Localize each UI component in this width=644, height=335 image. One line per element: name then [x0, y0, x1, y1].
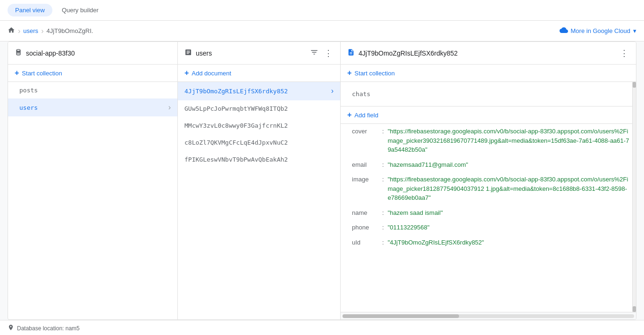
field-value-uid[interactable]: "4JjT9bOmoZgRIsLEjfSX6rdky852": [388, 238, 629, 247]
mid-panel: users ⋮ + Add document 4JjT9bOmoZgRIsLEj…: [178, 42, 341, 319]
location-pin-icon: [8, 324, 14, 332]
collection-users-label: users: [19, 104, 168, 111]
right-panel-title-label: 4JjT9bOmoZgRIsLEjfSX6rdky852: [359, 49, 458, 57]
database-location-label: Database location: nam5: [17, 325, 80, 332]
cloud-icon: [560, 26, 568, 36]
field-colon-uid: :: [382, 238, 384, 247]
right-panel-title: 4JjT9bOmoZgRIsLEjfSX6rdky852: [347, 49, 619, 57]
home-icon[interactable]: [8, 26, 15, 35]
subcollection-item-chats[interactable]: chats: [341, 86, 636, 102]
plus-icon: +: [15, 69, 19, 77]
mid-panel-title: users: [184, 49, 309, 57]
right-panel-inner: chats + Add field cover : "https://fireb…: [341, 82, 636, 319]
collection-item-users[interactable]: users ›: [8, 98, 177, 116]
left-panel: social-app-83f30 + Start collection post…: [8, 42, 178, 319]
mid-panel-actions: ⋮: [309, 47, 334, 59]
document-icon: [347, 49, 355, 57]
fields-body: chats + Add field cover : "https://fireb…: [341, 82, 636, 312]
hscroll-track: [343, 314, 634, 318]
plus-icon-mid: +: [184, 69, 189, 77]
add-collection-label: Start collection: [22, 70, 62, 77]
filter-icon[interactable]: [309, 47, 319, 59]
field-key-cover: cover: [352, 127, 380, 136]
doc-label-3: c8LoZl7QKVMgCFcLqE4dJpxvNuC2: [184, 139, 334, 146]
field-row-image: image : "https://firebasestorage.googlea…: [341, 172, 636, 205]
top-tab-bar: Panel view Query builder: [0, 0, 644, 21]
right-panel-actions: ⋮: [619, 48, 629, 58]
status-bar: Database location: nam5: [0, 320, 644, 335]
field-row-phone: phone : "01113229568": [341, 220, 636, 235]
left-panel-title: social-app-83f30: [15, 49, 171, 57]
collection-chevron-icon: ›: [168, 103, 171, 112]
more-options-icon[interactable]: ⋮: [323, 48, 334, 58]
field-colon-cover: :: [382, 127, 384, 136]
right-add-collection-label: Start collection: [354, 70, 394, 77]
field-key-image: image: [352, 175, 380, 184]
field-value-email[interactable]: "hazemsaad711@gmail.com": [388, 160, 629, 170]
doc-label-0: 4JjT9bOmoZgRIsLEjfSX6rdky852: [184, 88, 331, 95]
field-key-name: name: [352, 208, 380, 218]
add-document-label: Add document: [192, 70, 231, 77]
doc-label-4: fPIKGLeswVNbvT9bPwAvQbEakAh2: [184, 156, 334, 163]
doc-label-2: MMcwY3zvL0c8wwy0F3GajfcrnKL2: [184, 122, 334, 129]
documents-list: 4JjT9bOmoZgRIsLEjfSX6rdky852 › GUw5LpPcJ…: [178, 82, 340, 319]
start-collection-btn[interactable]: + Start collection: [8, 65, 177, 82]
document-item-0[interactable]: 4JjT9bOmoZgRIsLEjfSX6rdky852 ›: [178, 82, 340, 100]
collection-item-posts[interactable]: posts: [8, 82, 177, 98]
collection-doc-icon: [184, 49, 192, 57]
document-item-4[interactable]: fPIKGLeswVNbvT9bPwAvQbEakAh2: [178, 151, 340, 168]
doc-label-1: GUw5LpPcJoPwrmqbtYWFWq8ITQb2: [184, 105, 334, 112]
field-row-uid: uId : "4JjT9bOmoZgRIsLEjfSX6rdky852": [341, 235, 636, 250]
mid-panel-title-label: users: [196, 49, 212, 57]
right-panel-header: 4JjT9bOmoZgRIsLEjfSX6rdky852 ⋮: [341, 42, 636, 65]
field-value-phone[interactable]: "01113229568": [388, 223, 629, 232]
breadcrumb-sep2: ›: [41, 27, 43, 35]
field-colon-image: :: [382, 175, 384, 184]
vscrollbar[interactable]: [632, 82, 636, 312]
add-field-label: Add field: [354, 112, 378, 119]
right-panel: 4JjT9bOmoZgRIsLEjfSX6rdky852 ⋮ + Start c…: [341, 42, 636, 319]
hscrollbar[interactable]: [341, 312, 636, 319]
vscroll-thumb-bottom: [633, 306, 636, 312]
subcollection-chats-label: chats: [352, 90, 370, 98]
hscroll-thumb: [343, 314, 459, 318]
vscroll-thumb-top: [633, 82, 636, 88]
collection-posts-label: posts: [19, 87, 171, 94]
document-item-2[interactable]: MMcwY3zvL0c8wwy0F3GajfcrnKL2: [178, 117, 340, 134]
right-start-collection-btn[interactable]: + Start collection: [341, 65, 636, 82]
more-in-cloud-btn[interactable]: More in Google Cloud ▾: [560, 26, 636, 36]
add-document-btn[interactable]: + Add document: [178, 65, 340, 82]
breadcrumb-bar: › users › 4JjT9bOmoZgRI. More in Google …: [0, 21, 644, 41]
add-field-btn[interactable]: + Add field: [341, 106, 636, 124]
field-value-cover[interactable]: "https://firebasestorage.googleapis.com/…: [388, 127, 629, 155]
field-colon-phone: :: [382, 223, 384, 232]
chevron-down-icon: ▾: [633, 27, 636, 34]
mid-panel-header: users ⋮: [178, 42, 340, 65]
left-panel-header: social-app-83f30: [8, 42, 177, 65]
field-key-uid: uId: [352, 238, 380, 247]
field-row-email: email : "hazemsaad711@gmail.com": [341, 157, 636, 172]
field-colon-email: :: [382, 160, 384, 170]
tab-query-builder[interactable]: Query builder: [54, 4, 106, 16]
tab-panel-view[interactable]: Panel view: [8, 4, 52, 16]
document-item-1[interactable]: GUw5LpPcJoPwrmqbtYWFWq8ITQb2: [178, 100, 340, 117]
field-value-name[interactable]: "hazem saad ismail": [388, 208, 629, 218]
right-more-options-icon[interactable]: ⋮: [619, 48, 629, 58]
doc-chevron-0: ›: [331, 87, 334, 95]
more-in-cloud-label: More in Google Cloud: [571, 27, 630, 34]
document-item-3[interactable]: c8LoZl7QKVMgCFcLqE4dJpxvNuC2: [178, 134, 340, 151]
field-colon-name: :: [382, 208, 384, 218]
plus-icon-right-coll: +: [347, 69, 351, 77]
breadcrumb-users[interactable]: users: [23, 27, 38, 34]
breadcrumb-document: 4JjT9bOmoZgRI.: [46, 27, 93, 34]
main-container: social-app-83f30 + Start collection post…: [8, 41, 636, 320]
breadcrumb-sep1: ›: [18, 27, 20, 35]
field-key-phone: phone: [352, 223, 380, 232]
db-name-label: social-app-83f30: [26, 49, 75, 57]
field-row-cover: cover : "https://firebasestorage.googlea…: [341, 124, 636, 157]
field-key-email: email: [352, 160, 380, 170]
plus-icon-field: +: [347, 111, 351, 119]
breadcrumb: › users › 4JjT9bOmoZgRI.: [8, 26, 93, 35]
field-value-image[interactable]: "https://firebasestorage.googleapis.com/…: [388, 175, 629, 203]
collections-list: posts users ›: [8, 82, 177, 319]
